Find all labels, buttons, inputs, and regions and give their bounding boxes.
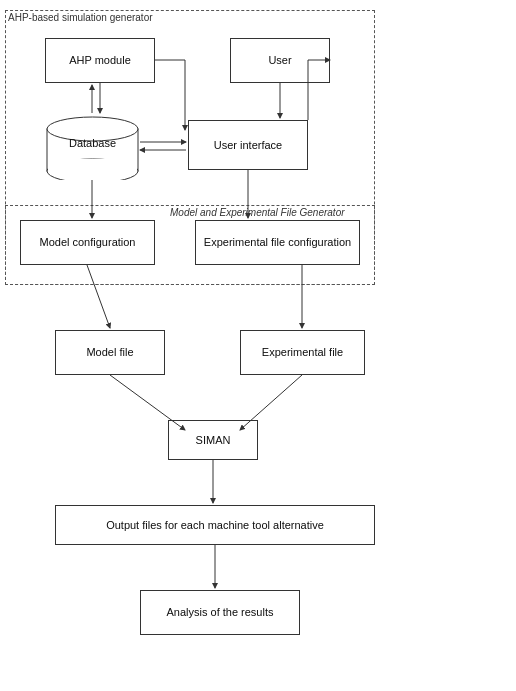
svg-rect-3 xyxy=(48,159,137,171)
diagram-container: AHP-based simulation generator Model and… xyxy=(0,0,516,691)
siman-box: SIMAN xyxy=(168,420,258,460)
experimental-file-box: Experimental file xyxy=(240,330,365,375)
database-box: Database xyxy=(45,115,140,180)
model-file-label: Model file xyxy=(86,345,133,359)
model-config-label: Model configuration xyxy=(39,235,135,249)
database-label: Database xyxy=(69,137,116,149)
ahp-module-label: AHP module xyxy=(69,53,131,67)
model-exp-label: Model and Experimental File Generator xyxy=(170,207,345,218)
exp-file-config-box: Experimental file configuration xyxy=(195,220,360,265)
output-files-box: Output files for each machine tool alter… xyxy=(55,505,375,545)
analysis-box: Analysis of the results xyxy=(140,590,300,635)
siman-label: SIMAN xyxy=(196,433,231,447)
user-box: User xyxy=(230,38,330,83)
analysis-label: Analysis of the results xyxy=(167,605,274,619)
model-config-box: Model configuration xyxy=(20,220,155,265)
user-interface-box: User interface xyxy=(188,120,308,170)
experimental-file-label: Experimental file xyxy=(262,345,343,359)
user-label: User xyxy=(268,53,291,67)
ahp-module-box: AHP module xyxy=(45,38,155,83)
user-interface-label: User interface xyxy=(214,138,282,152)
model-file-box: Model file xyxy=(55,330,165,375)
ahp-generator-label: AHP-based simulation generator xyxy=(8,12,153,23)
exp-file-config-label: Experimental file configuration xyxy=(204,235,351,249)
output-files-label: Output files for each machine tool alter… xyxy=(106,518,324,532)
